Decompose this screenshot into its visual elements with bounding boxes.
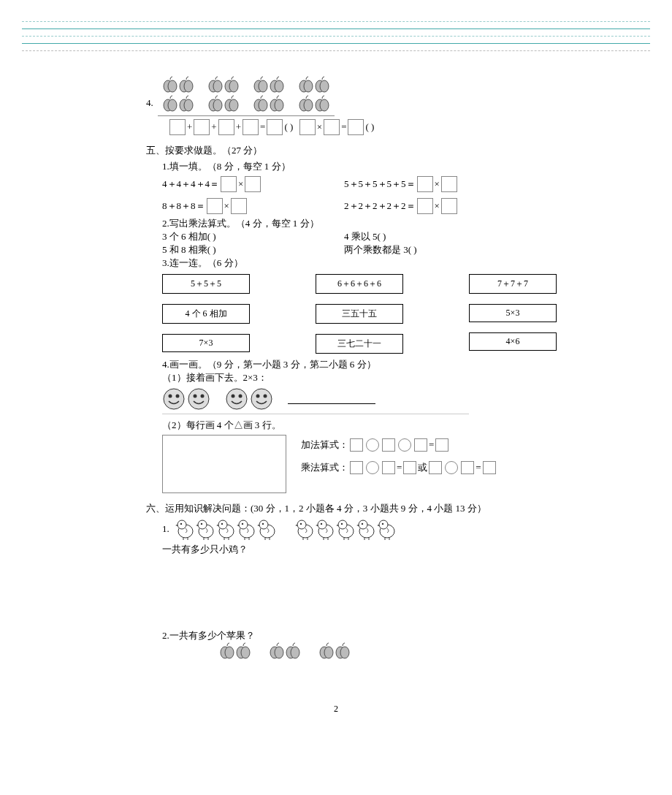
match-table: 5＋5＋5 4 个 6 相加 7×3 6＋6＋6＋6 三五十五 三七二十一 7＋… [162, 274, 526, 354]
apple-row-bottom [219, 642, 526, 660]
answer-box[interactable] [324, 119, 340, 135]
chick-icon [175, 518, 196, 540]
answer-box[interactable] [350, 461, 363, 474]
q5-1-title: 1.填一填。（8 分，每空 1 分） [146, 160, 526, 173]
answer-box[interactable] [267, 119, 283, 135]
q5-4-sub2: （2）每行画 4 个△画 3 行。 [146, 419, 526, 432]
answer-box[interactable] [245, 176, 261, 192]
apple-icon [314, 76, 330, 94]
expr: 5＋5＋5＋5＋5＝ [344, 177, 416, 192]
apple-icon [207, 76, 224, 94]
q4-number: 4. [146, 97, 153, 109]
match-item[interactable]: 7＋7＋7 [469, 274, 557, 294]
answer-box[interactable] [414, 438, 427, 452]
q6-2-text: 2.一共有多少个苹果？ [146, 629, 526, 642]
section-5-title: 五、按要求做题。（27 分） [146, 144, 526, 157]
apple-icon [298, 95, 314, 113]
answer-box[interactable] [350, 438, 363, 452]
apple-icon [285, 642, 301, 660]
match-item[interactable]: 6＋6＋6＋6 [316, 274, 403, 294]
match-item[interactable]: 5×3 [469, 304, 557, 322]
apple-icon [178, 95, 194, 113]
apple-icon [219, 642, 235, 660]
chick-icon [196, 518, 216, 540]
answer-box[interactable] [218, 119, 234, 135]
answer-box[interactable] [207, 198, 223, 214]
draw-blank[interactable] [288, 394, 375, 404]
header-ruled-area [22, 15, 650, 51]
q5-2-title: 2.写出乘法算式。（4 分，每空 1 分） [146, 217, 526, 230]
apple-icon [269, 76, 285, 94]
q5-4-sub1: （1）接着画下去。2×3： [146, 371, 526, 384]
answer-box[interactable] [348, 119, 364, 135]
apple-icon [253, 76, 269, 94]
apple-icon [224, 76, 240, 94]
answer-box[interactable] [429, 461, 442, 474]
operator-blank[interactable] [366, 461, 379, 474]
smile-row [162, 384, 469, 414]
page-number: 2 [146, 704, 526, 715]
answer-box[interactable] [483, 461, 496, 474]
apple-icon [298, 76, 314, 94]
chick-row [175, 518, 397, 540]
chick-icon [216, 518, 237, 540]
chick-icon [295, 518, 316, 540]
smile-icon [225, 387, 248, 411]
match-item[interactable]: 三七二十一 [316, 334, 403, 354]
section-6-title: 六、运用知识解决问题：(30 分，1，2 小题各 4 分，3 小题共 9 分，4… [146, 502, 526, 515]
prompt: 5 和 8 相乘( ) [162, 243, 344, 256]
chick-icon [336, 518, 356, 540]
apple-icon [253, 95, 269, 113]
answer-box[interactable] [194, 119, 210, 135]
prompt: 4 乘以 5( ) [344, 230, 526, 243]
apple-icon [207, 95, 224, 113]
answer-box[interactable] [382, 438, 395, 452]
match-item[interactable]: 三五十五 [316, 304, 403, 324]
answer-box[interactable] [299, 119, 316, 135]
apple-icon [178, 76, 194, 94]
answer-box[interactable] [417, 176, 433, 192]
answer-box[interactable] [417, 198, 433, 214]
apple-grid [158, 73, 335, 115]
q6-1-num: 1. [162, 522, 169, 537]
q5-3-title: 3.连一连。（6 分） [146, 256, 526, 270]
operator-blank[interactable] [366, 438, 379, 452]
match-item[interactable]: 5＋5＋5 [162, 274, 250, 294]
operator-blank[interactable] [445, 461, 458, 474]
apple-icon [162, 76, 178, 94]
apple-icon [269, 642, 285, 660]
apple-icon [314, 95, 330, 113]
apple-icon [224, 95, 240, 113]
expr: 4＋4＋4＋4＝ [162, 177, 219, 192]
answer-box[interactable] [231, 198, 247, 214]
answer-box[interactable] [461, 461, 474, 474]
q5-4-title: 4.画一画。（9 分，第一小题 3 分，第二小题 6 分） [146, 358, 526, 371]
prompt: 两个乘数都是 3( ) [344, 243, 526, 256]
answer-box[interactable] [169, 119, 186, 135]
smile-icon [187, 387, 210, 411]
chick-icon [257, 518, 278, 540]
apple-icon [269, 95, 285, 113]
answer-box[interactable] [435, 438, 448, 452]
answer-box[interactable] [441, 198, 457, 214]
label: 加法算式： [301, 438, 348, 453]
apple-icon [162, 95, 178, 113]
match-item[interactable]: 4×6 [469, 332, 557, 351]
q4-equation: + + + = ( ) × = ( ) [146, 119, 526, 135]
answer-box[interactable] [243, 119, 259, 135]
answer-box[interactable] [221, 176, 237, 192]
answer-box[interactable] [382, 461, 395, 474]
match-item[interactable]: 7×3 [162, 334, 250, 352]
apple-icon [235, 642, 251, 660]
chick-icon [377, 518, 397, 540]
answer-box[interactable] [403, 461, 416, 474]
expr: 2＋2＋2＋2＋2＝ [344, 199, 416, 214]
answer-box[interactable] [441, 176, 457, 192]
smile-icon [162, 387, 186, 411]
draw-area[interactable] [162, 435, 286, 493]
apple-icon [318, 642, 335, 660]
match-item[interactable]: 4 个 6 相加 [162, 304, 250, 324]
q6-1-text: 一共有多少只小鸡？ [146, 543, 526, 556]
operator-blank[interactable] [398, 438, 411, 452]
page-content: 4. [0, 58, 672, 744]
